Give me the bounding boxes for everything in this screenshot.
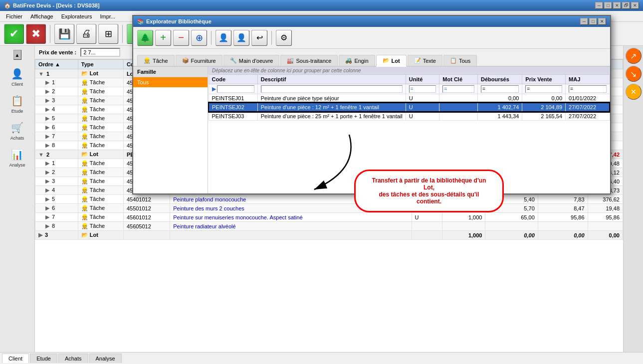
- explorer-btn-plus2[interactable]: ⊕: [191, 30, 207, 46]
- tache-tab-label: Tâche: [153, 58, 168, 64]
- lib-cell-debourses: 0,00: [477, 94, 522, 103]
- explorer-tab-texte[interactable]: 📝 Texte: [408, 55, 442, 66]
- famille-item-tous[interactable]: Tous: [133, 77, 208, 87]
- bottom-tab-analyse[interactable]: Analyse: [89, 354, 122, 363]
- lib-col-unite[interactable]: Unité: [406, 75, 439, 84]
- toolbar-print-button[interactable]: 🖨: [76, 24, 96, 44]
- filter-motcle[interactable]: [442, 85, 474, 93]
- explorer-btn-settings[interactable]: ⚙: [276, 30, 292, 46]
- explorer-btn-tree[interactable]: 🌲: [137, 30, 153, 46]
- price-input[interactable]: [80, 48, 120, 57]
- right-btn-3[interactable]: ✕: [626, 84, 642, 100]
- menu-impr[interactable]: Impr...: [96, 12, 119, 20]
- table-row[interactable]: ▶ 3 📂 Lot 1,000 0,00 0,00 0,00: [35, 231, 623, 240]
- explorer-title-icon: 📚: [137, 18, 144, 25]
- explorer-btn-person[interactable]: 👤: [215, 30, 231, 46]
- mainoeuvre-tab-icon: 🔧: [230, 57, 237, 64]
- minimize-button[interactable]: ─: [595, 2, 603, 9]
- right-btn-1[interactable]: ↗: [626, 48, 642, 64]
- table-row[interactable]: ▶ 6 👷 Tâche 45501012 Peinture des murs 2…: [35, 204, 623, 213]
- toolbar-check-button[interactable]: ✔: [4, 24, 24, 44]
- col-ordre[interactable]: Ordre ▲: [35, 60, 78, 69]
- filter-descriptif[interactable]: [261, 85, 403, 93]
- explorer-tab-tache[interactable]: 👷 Tâche: [137, 55, 175, 66]
- lib-col-descriptif[interactable]: Descriptif: [257, 75, 406, 84]
- title-bar-controls: ─ □ ✕ 🗗 ✕: [595, 2, 639, 9]
- price-label: Prix de vente :: [39, 49, 76, 55]
- lib-col-prixvente[interactable]: Prix Vente: [522, 75, 566, 84]
- explorer-maximize-button[interactable]: □: [589, 18, 597, 25]
- table-row[interactable]: ▶ 5 👷 Tâche 45401012 Peinture plafond mo…: [35, 195, 623, 204]
- analyse-icon: 📊: [9, 147, 25, 163]
- col-type[interactable]: Type: [78, 60, 123, 69]
- library-row-selected[interactable]: PEINTSEJ02 Peinture d'une pièce : 12 m² …: [209, 103, 610, 112]
- right-btn-2[interactable]: ↘: [626, 66, 642, 82]
- filter-code[interactable]: [217, 85, 254, 93]
- explorer-btn-undo[interactable]: ↩: [251, 30, 267, 46]
- library-table-area: Déplacez une en-tête de colonne ici pour…: [208, 67, 610, 193]
- toolbar-save-button[interactable]: 💾: [54, 24, 74, 44]
- close-button[interactable]: ✕: [613, 2, 621, 9]
- lib-col-code[interactable]: Code: [209, 75, 257, 84]
- toolbar-cancel-button[interactable]: ✖: [26, 24, 46, 44]
- lib-cell-code-selected: PEINTSEJ02: [209, 103, 257, 112]
- explorer-btn-person2[interactable]: 👤: [233, 30, 249, 46]
- explorer-btn-remove[interactable]: −: [173, 30, 189, 46]
- library-row[interactable]: PEINTSEJ03 Peinture d'une pièce : 25 m² …: [209, 112, 610, 121]
- app-icon: 🏠: [4, 2, 11, 9]
- explorer-tab-engin[interactable]: 🚜 Engin: [339, 55, 375, 66]
- fourniture-tab-icon: 📦: [182, 57, 189, 64]
- sidebar-item-client[interactable]: 👤 Client: [2, 64, 32, 89]
- sidebar-collapse-arrow[interactable]: ▲: [13, 50, 21, 60]
- close-app-button[interactable]: ✕: [631, 2, 639, 9]
- filter-maj[interactable]: [569, 85, 606, 93]
- lib-cell-descriptif: Peinture d'une pièce type séjour: [257, 94, 406, 103]
- lib-cell-code-3: PEINTSEJ03: [209, 112, 257, 121]
- menu-affichage[interactable]: Affichage: [26, 12, 57, 20]
- bottom-tab-etude[interactable]: Etude: [30, 354, 57, 363]
- filter-debourses[interactable]: [481, 85, 519, 93]
- lib-col-maj[interactable]: MAJ: [566, 75, 610, 84]
- table-row[interactable]: ▶ 7 👷 Tâche 45601012 Peinture sur menuis…: [35, 213, 623, 222]
- bottom-tab-achats[interactable]: Achats: [58, 354, 88, 363]
- group-hint: Déplacez une en-tête de colonne ici pour…: [208, 67, 610, 74]
- texte-tab-label: Texte: [423, 58, 436, 64]
- restore-button[interactable]: 🗗: [622, 2, 630, 9]
- lib-cell-descriptif-selected: Peinture d'une pièce : 12 m² + 1 fenêtre…: [257, 103, 406, 112]
- lot-tab-icon: 📂: [383, 57, 390, 64]
- etude-icon: 📋: [9, 93, 25, 109]
- table-row[interactable]: ▶ 8 👷 Tâche 45605012 Peinture radiateur …: [35, 222, 623, 231]
- maximize-button[interactable]: □: [604, 2, 612, 9]
- soustraitance-tab-label: Sous-traitance: [296, 58, 331, 64]
- client-icon: 👤: [9, 66, 25, 82]
- explorer-tab-lot[interactable]: 📂 Lot: [376, 55, 407, 67]
- explorer-tab-fourniture[interactable]: 📦 Fourniture: [176, 55, 222, 66]
- filter-unite[interactable]: [409, 85, 436, 93]
- explorer-close-button[interactable]: ✕: [598, 18, 606, 25]
- bottom-tab-client[interactable]: Client: [2, 354, 29, 363]
- achats-label: Achats: [10, 136, 24, 141]
- mainoeuvre-tab-label: Main d'oeuvre: [239, 58, 273, 64]
- library-row[interactable]: PEINTSEJ01 Peinture d'une pièce type séj…: [209, 94, 610, 103]
- lib-col-motcle[interactable]: Mot Clé: [439, 75, 478, 84]
- sidebar-item-achats[interactable]: 🛒 Achats: [2, 118, 32, 143]
- lib-cell-prixvente: 0,00: [522, 94, 566, 103]
- toolbar-grid-button[interactable]: ⊞: [98, 24, 118, 44]
- menu-fichier[interactable]: Fichier: [2, 12, 26, 20]
- filter-prixvente[interactable]: [525, 85, 562, 93]
- lib-cell-unite-selected: U: [406, 103, 439, 112]
- lib-cell-unite: U: [406, 94, 439, 103]
- explorer-tab-mainoeuvre[interactable]: 🔧 Main d'oeuvre: [223, 55, 280, 66]
- lib-col-debourses[interactable]: Déboursés: [477, 75, 522, 84]
- menu-explorateurs[interactable]: Explorateurs: [57, 12, 96, 20]
- explorer-btn-add[interactable]: +: [155, 30, 171, 46]
- tous-tab-label: Tous: [459, 58, 470, 64]
- explorer-tab-soustraitance[interactable]: 🏭 Sous-traitance: [280, 55, 338, 66]
- sidebar-item-analyse[interactable]: 📊 Analyse: [2, 145, 32, 170]
- explorer-tab-tous[interactable]: 📋 Tous: [443, 55, 477, 66]
- explorer-minimize-button[interactable]: ─: [580, 18, 588, 25]
- explorer-title-bar: 📚 Explorateur Bibliothèque ─ □ ✕: [133, 16, 610, 27]
- sidebar-item-etude[interactable]: 📋 Etude: [2, 91, 32, 116]
- explorer-content: Famille Tous Déplacez une en-tête de col…: [133, 67, 610, 193]
- title-bar-left: 🏠 BatiFree Devis - [Devis : DVS038]: [4, 2, 100, 9]
